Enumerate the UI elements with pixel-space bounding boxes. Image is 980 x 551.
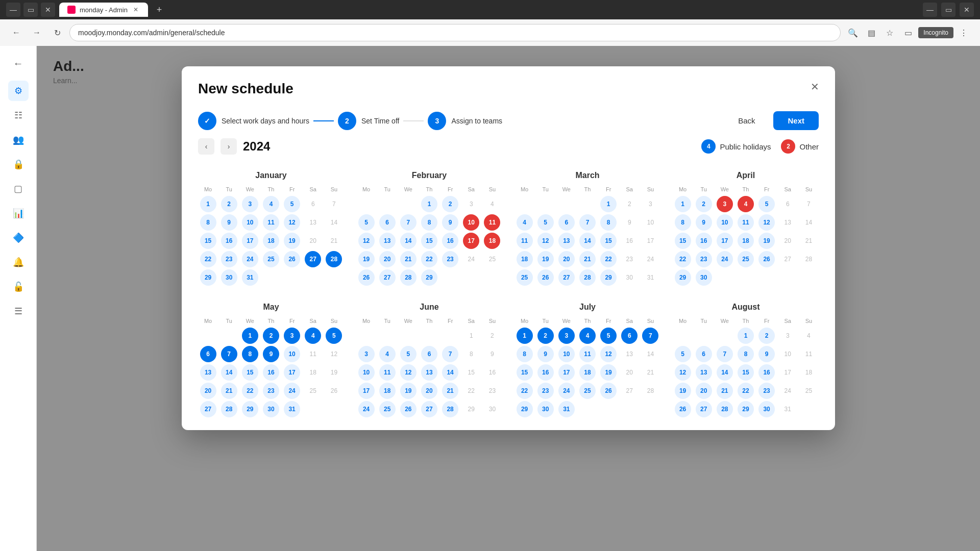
day-cell[interactable]: 14: [442, 364, 458, 381]
tab-close-icon[interactable]: ✕: [132, 6, 140, 14]
day-cell[interactable]: 19: [537, 251, 554, 267]
day-cell[interactable]: 14: [579, 233, 596, 249]
day-cell[interactable]: 20: [779, 233, 796, 249]
day-cell[interactable]: 25: [738, 251, 754, 267]
day-cell[interactable]: 27: [779, 251, 796, 267]
day-cell[interactable]: 15: [675, 233, 691, 249]
day-cell[interactable]: 25: [800, 383, 817, 399]
day-cell[interactable]: 15: [463, 364, 479, 381]
day-cell[interactable]: 11: [800, 346, 817, 362]
day-cell[interactable]: 13: [379, 233, 396, 249]
day-cell[interactable]: 5: [284, 196, 300, 212]
forward-nav-button[interactable]: →: [29, 24, 45, 41]
day-cell[interactable]: 25: [305, 383, 321, 399]
prev-year-button[interactable]: ‹: [198, 138, 214, 155]
day-cell[interactable]: 11: [579, 346, 596, 362]
day-cell[interactable]: 15: [600, 233, 617, 249]
day-cell[interactable]: 28: [221, 401, 237, 417]
day-cell[interactable]: 8: [463, 346, 479, 362]
day-cell[interactable]: 25: [379, 401, 396, 417]
day-cell[interactable]: 7: [326, 196, 342, 212]
day-cell[interactable]: 19: [358, 251, 375, 267]
day-cell[interactable]: 20: [200, 383, 216, 399]
day-cell[interactable]: 17: [642, 233, 658, 249]
day-cell[interactable]: 3: [558, 328, 575, 344]
day-cell[interactable]: 20: [621, 364, 638, 381]
day-cell[interactable]: 20: [379, 251, 396, 267]
day-cell[interactable]: 5: [600, 328, 617, 344]
day-cell[interactable]: 21: [400, 251, 416, 267]
sidebar-icon-star[interactable]: 🔷: [8, 228, 29, 248]
day-cell[interactable]: 3: [242, 196, 258, 212]
day-cell[interactable]: 28: [642, 383, 658, 399]
day-cell[interactable]: 10: [779, 346, 796, 362]
day-cell[interactable]: 4: [379, 346, 396, 362]
day-cell[interactable]: 21: [221, 383, 237, 399]
bookmark-icon-button[interactable]: ☆: [881, 24, 898, 41]
maximize-button[interactable]: ▭: [23, 3, 38, 17]
day-cell[interactable]: 28: [400, 269, 416, 286]
day-cell[interactable]: 27: [696, 401, 712, 417]
day-cell[interactable]: 17: [463, 233, 479, 249]
day-cell[interactable]: 21: [800, 233, 817, 249]
day-cell[interactable]: 16: [263, 364, 279, 381]
day-cell[interactable]: 29: [517, 401, 533, 417]
day-cell[interactable]: 25: [579, 383, 596, 399]
step-3-circle[interactable]: 3: [428, 112, 446, 130]
day-cell[interactable]: 30: [537, 401, 554, 417]
day-cell[interactable]: 16: [221, 233, 237, 249]
day-cell[interactable]: 29: [463, 401, 479, 417]
day-cell[interactable]: 8: [242, 346, 258, 362]
day-cell[interactable]: 1: [675, 196, 691, 212]
day-cell[interactable]: 26: [284, 251, 300, 267]
day-cell[interactable]: 5: [675, 346, 691, 362]
window-close-button[interactable]: ✕: [960, 3, 974, 17]
day-cell[interactable]: 13: [696, 364, 712, 381]
modal-close-button[interactable]: ✕: [806, 79, 823, 95]
day-cell[interactable]: 21: [442, 383, 458, 399]
day-cell[interactable]: 15: [738, 364, 754, 381]
day-cell[interactable]: 27: [621, 383, 638, 399]
day-cell[interactable]: 6: [200, 346, 216, 362]
day-cell[interactable]: 8: [675, 214, 691, 231]
day-cell[interactable]: 5: [358, 214, 375, 231]
day-cell[interactable]: 16: [621, 233, 638, 249]
sidebar-icon-shield[interactable]: 🔒: [8, 154, 29, 174]
day-cell[interactable]: 30: [621, 269, 638, 286]
day-cell[interactable]: 13: [305, 214, 321, 231]
day-cell[interactable]: 8: [738, 346, 754, 362]
day-cell[interactable]: 19: [400, 383, 416, 399]
day-cell[interactable]: 11: [263, 214, 279, 231]
day-cell[interactable]: 3: [463, 196, 479, 212]
day-cell[interactable]: 18: [263, 233, 279, 249]
day-cell[interactable]: 21: [326, 233, 342, 249]
day-cell[interactable]: 18: [517, 251, 533, 267]
day-cell[interactable]: 14: [400, 233, 416, 249]
day-cell[interactable]: 1: [200, 196, 216, 212]
day-cell[interactable]: 26: [537, 269, 554, 286]
day-cell[interactable]: 22: [242, 383, 258, 399]
day-cell[interactable]: 13: [779, 214, 796, 231]
day-cell[interactable]: 1: [421, 196, 437, 212]
day-cell[interactable]: 12: [358, 233, 375, 249]
day-cell[interactable]: 30: [484, 401, 500, 417]
day-cell[interactable]: 22: [738, 383, 754, 399]
day-cell[interactable]: 25: [263, 251, 279, 267]
day-cell[interactable]: 9: [442, 214, 458, 231]
day-cell[interactable]: 28: [326, 251, 342, 267]
day-cell[interactable]: 3: [779, 328, 796, 344]
day-cell[interactable]: 9: [537, 346, 554, 362]
day-cell[interactable]: 12: [758, 214, 775, 231]
browser-tab[interactable]: monday - Admin ✕: [59, 3, 148, 17]
day-cell[interactable]: 8: [200, 214, 216, 231]
day-cell[interactable]: 1: [242, 328, 258, 344]
day-cell[interactable]: 18: [738, 233, 754, 249]
day-cell[interactable]: 23: [221, 251, 237, 267]
day-cell[interactable]: 3: [284, 328, 300, 344]
day-cell[interactable]: 6: [379, 214, 396, 231]
day-cell[interactable]: 15: [242, 364, 258, 381]
sidebar-icon-users[interactable]: 👥: [8, 130, 29, 150]
day-cell[interactable]: 20: [421, 383, 437, 399]
day-cell[interactable]: 9: [263, 346, 279, 362]
day-cell[interactable]: 25: [517, 269, 533, 286]
